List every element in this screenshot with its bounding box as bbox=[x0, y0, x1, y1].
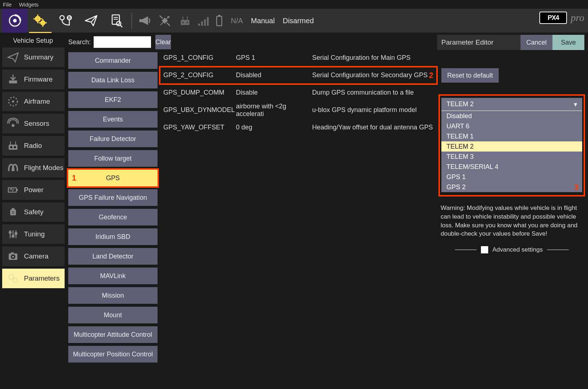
reset-to-default-button[interactable]: Reset to default bbox=[441, 68, 499, 83]
combo-option[interactable]: GPS 1 bbox=[441, 172, 582, 182]
param-group-follow-target[interactable]: Follow target bbox=[68, 150, 158, 167]
sidebar-item-flight-modes[interactable]: Flight Modes bbox=[2, 158, 65, 178]
divider-line bbox=[455, 249, 477, 250]
param-group-commander[interactable]: Commander bbox=[68, 52, 158, 69]
param-row[interactable]: GPS_1_CONFIGGPS 1Serial Configuration fo… bbox=[160, 49, 437, 67]
svg-rect-30 bbox=[204, 19, 206, 26]
px4-logo: PX4 bbox=[539, 12, 567, 24]
flight-mode-text[interactable]: Manual bbox=[251, 17, 275, 25]
sidebar-item-parameters[interactable]: Parameters bbox=[2, 269, 65, 288]
parameter-editor-panel: Parameter Editor Cancel Save Reset to de… bbox=[437, 33, 588, 389]
cancel-button[interactable]: Cancel bbox=[520, 35, 552, 50]
sidebar-item-power[interactable]: Power bbox=[2, 180, 65, 200]
sidebar-item-radio[interactable]: Radio bbox=[2, 136, 65, 156]
app-logo-button[interactable] bbox=[2, 9, 28, 33]
menu-widgets[interactable]: Widgets bbox=[19, 1, 38, 8]
svg-rect-31 bbox=[207, 17, 209, 26]
rc-status-button[interactable] bbox=[175, 9, 195, 33]
param-group-label: Follow target bbox=[94, 155, 131, 162]
sidebar-item-label: Firmware bbox=[24, 75, 53, 83]
param-group-geofence[interactable]: Geofence bbox=[68, 209, 158, 225]
svg-point-37 bbox=[12, 124, 15, 127]
combo-option[interactable]: TELEM 3 bbox=[441, 152, 582, 162]
telemetry-rssi[interactable] bbox=[195, 9, 211, 33]
param-row[interactable]: GPS_UBX_DYNMODELairborne with <2g accele… bbox=[160, 102, 437, 119]
messages-button[interactable] bbox=[134, 9, 155, 33]
param-group-data-link-loss[interactable]: Data Link Loss bbox=[68, 72, 158, 88]
combo-option[interactable]: UART 6 bbox=[441, 121, 582, 131]
svg-rect-33 bbox=[218, 15, 220, 16]
annotation-marker-2: 2 bbox=[429, 71, 433, 80]
sidebar-item-safety[interactable]: Safety bbox=[2, 202, 65, 222]
advanced-settings-label: Advanced settings bbox=[493, 246, 543, 253]
params-list: GPS_1_CONFIGGPS 1Serial Configuration fo… bbox=[160, 33, 437, 389]
sidebar-title: Vehicle Setup bbox=[13, 37, 65, 45]
chevron-down-icon: ▾ bbox=[574, 100, 577, 108]
param-group-ekf2[interactable]: EKF2 bbox=[68, 91, 158, 108]
param-group-land-detector[interactable]: Land Detector bbox=[68, 248, 158, 265]
toolbar-separator bbox=[131, 13, 132, 29]
svg-point-1 bbox=[13, 19, 17, 22]
param-group-label: Events bbox=[103, 116, 123, 123]
svg-point-39 bbox=[10, 146, 12, 148]
arm-status-text[interactable]: Disarmed bbox=[283, 17, 314, 25]
param-value: airborne with <2g accelerati bbox=[236, 103, 312, 118]
combo-selected[interactable]: TELEM 2 ▾ bbox=[441, 98, 582, 111]
signal-bars-icon bbox=[196, 13, 211, 28]
search-input[interactable] bbox=[94, 36, 151, 48]
save-button[interactable]: Save bbox=[552, 35, 584, 50]
value-combo-box[interactable]: TELEM 2 ▾ DisabledUART 6TELEM 1TELEM 2TE… bbox=[440, 96, 584, 195]
analyze-button[interactable] bbox=[104, 9, 129, 33]
param-group-label: Land Detector bbox=[92, 253, 133, 260]
param-group-label: EKF2 bbox=[105, 96, 121, 104]
vehicle-setup-button[interactable] bbox=[28, 9, 53, 33]
param-group-multicopter-attitude-control[interactable]: Multicopter Attitude Control bbox=[68, 326, 158, 343]
param-group-events[interactable]: Events bbox=[68, 111, 158, 128]
svg-point-36 bbox=[12, 100, 14, 103]
param-group-gps[interactable]: 1GPS bbox=[68, 170, 158, 186]
param-group-label: MAVLink bbox=[100, 272, 126, 280]
sidebar-item-sensors[interactable]: Sensors bbox=[2, 114, 65, 133]
editor-title: Parameter Editor bbox=[437, 38, 520, 46]
combo-option[interactable]: TELEM 2 bbox=[441, 141, 582, 152]
sidebar-item-label: Sensors bbox=[24, 120, 49, 128]
advanced-settings-row[interactable]: Advanced settings bbox=[441, 246, 583, 253]
svg-text:B: B bbox=[68, 16, 70, 20]
param-row[interactable]: GPS_YAW_OFFSET0 degHeading/Yaw offset fo… bbox=[160, 119, 437, 136]
sidebar-item-firmware[interactable]: Firmware bbox=[2, 70, 65, 89]
svg-rect-23 bbox=[181, 20, 189, 25]
param-group-failure-detector[interactable]: Failure Detector bbox=[68, 131, 158, 147]
plan-button[interactable]: B bbox=[53, 9, 78, 33]
svg-point-63 bbox=[13, 278, 17, 282]
sidebar-item-tuning[interactable]: Tuning bbox=[2, 224, 65, 244]
fly-button[interactable] bbox=[78, 9, 104, 33]
param-group-multicopter-position-control[interactable]: Multicopter Position Control bbox=[68, 346, 158, 363]
combo-option[interactable]: Disabled bbox=[441, 111, 582, 121]
param-group-label: Geofence bbox=[99, 214, 127, 221]
combo-option[interactable]: TELEM 1 bbox=[441, 131, 582, 141]
gps-status-button[interactable] bbox=[155, 9, 175, 33]
param-group-mavlink[interactable]: MAVLink bbox=[68, 268, 158, 284]
svg-point-54 bbox=[12, 235, 14, 237]
toolbar: B N/A Manual Disarmed PX4 pro bbox=[0, 9, 588, 33]
menu-file[interactable]: File bbox=[3, 1, 12, 8]
sidebar-icon bbox=[6, 138, 20, 153]
toolbar-status: N/A Manual Disarmed bbox=[231, 17, 314, 25]
param-group-label: GPS bbox=[106, 174, 120, 182]
sidebar-item-airframe[interactable]: Airframe bbox=[2, 92, 65, 111]
param-description: Dump GPS communication to a file bbox=[312, 89, 437, 96]
param-group-gps-failure-navigation[interactable]: GPS Failure Navigation bbox=[68, 189, 158, 206]
battery-status[interactable] bbox=[211, 9, 227, 33]
qgc-logo-icon bbox=[8, 13, 22, 28]
param-group-mount[interactable]: Mount bbox=[68, 307, 158, 323]
sidebar-item-camera[interactable]: Camera bbox=[2, 247, 65, 266]
param-value: 0 deg bbox=[236, 124, 312, 131]
combo-option[interactable]: GPS 2 bbox=[441, 182, 582, 192]
sidebar-item-summary[interactable]: Summary bbox=[2, 47, 65, 67]
advanced-settings-checkbox[interactable] bbox=[481, 246, 488, 253]
param-row[interactable]: GPS_2_CONFIGDisabledSerial Configuration… bbox=[160, 67, 437, 84]
param-group-iridium-sbd[interactable]: Iridium SBD bbox=[68, 228, 158, 245]
combo-option[interactable]: TELEM/SERIAL 4 bbox=[441, 162, 582, 172]
param-group-mission[interactable]: Mission bbox=[68, 287, 158, 304]
param-row[interactable]: GPS_DUMP_COMMDisableDump GPS communicati… bbox=[160, 84, 437, 102]
